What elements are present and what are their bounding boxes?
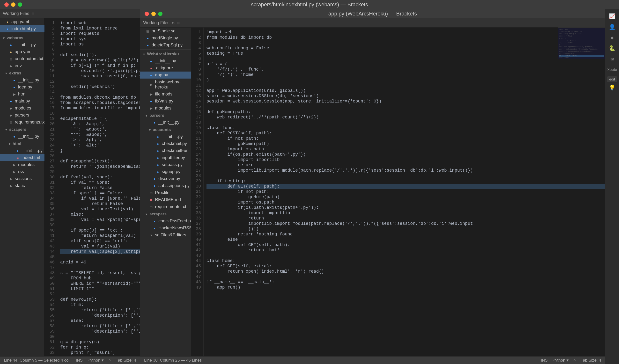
- sidebar-item-static[interactable]: ▶ static: [0, 182, 44, 189]
- left-status-language[interactable]: Python ▾: [87, 358, 104, 363]
- sidebar-item-html-sub[interactable]: ▾ html: [0, 140, 44, 147]
- sidebar-item-contributors[interactable]: ▤ contributors.txt: [0, 55, 44, 62]
- code-line: def fval(val, spec):: [60, 174, 140, 180]
- sidebar-item-accounts[interactable]: ▾ accounts: [140, 126, 191, 133]
- line-number: 2: [191, 35, 201, 40]
- sidebar-item-idea-py[interactable]: ● idea.py: [0, 84, 44, 91]
- sidebar-item-basic-webpy[interactable]: ▶ basic-webpy-heroku: [140, 79, 191, 91]
- window-controls-left[interactable]: [4, 2, 22, 7]
- edit-label[interactable]: edit: [607, 76, 617, 82]
- user-icon[interactable]: 👤: [607, 22, 617, 32]
- right-minimize-button[interactable]: [151, 12, 156, 16]
- sidebar-item-sqlfiles[interactable]: ▾ sqlFiles&Editors: [140, 232, 191, 238]
- sidebar-item-requirements-r[interactable]: ▤ requirements.txt: [140, 203, 191, 210]
- sidebar-item-requirements[interactable]: ▤ requirements.txt: [0, 119, 44, 126]
- left-status-tab[interactable]: Tab Size: 4: [116, 358, 136, 363]
- sidebar-item-html-folder[interactable]: ▶ html: [0, 91, 44, 98]
- sidebar-item-hackernews[interactable]: ● HackerNewsRSS: [140, 224, 191, 232]
- sidebar-item-modules[interactable]: ▶ modules: [0, 105, 44, 112]
- sidebar-item-parsers[interactable]: ▶ parsers: [0, 112, 44, 119]
- right-wf-icon[interactable]: ⊞: [177, 20, 180, 26]
- bulb-icon[interactable]: 💡: [607, 83, 617, 93]
- sidebar-item-procfile[interactable]: ▤ Procfile: [140, 189, 191, 196]
- close-button[interactable]: [4, 2, 9, 7]
- left-code-lines[interactable]: import webfrom lxml import etreeimport r…: [57, 18, 140, 356]
- sidebar-item-scrapers[interactable]: ▾ scrapers: [0, 126, 44, 133]
- sidebar-item-indexhtml-py[interactable]: ● indexhtml.py: [0, 25, 44, 32]
- sidebar-item-accounts-init[interactable]: ● __init__.py: [140, 133, 191, 140]
- chevron-scrapers: ▾: [5, 128, 7, 131]
- chevron-html: ▾: [9, 142, 10, 146]
- sidebar-item-env[interactable]: ▶ env: [0, 62, 44, 69]
- sidebar-item-app-yaml-2[interactable]: ● app.yaml: [0, 48, 44, 55]
- left-wf-icon[interactable]: ⊞: [32, 11, 34, 16]
- line-number: 39: [191, 232, 201, 237]
- left-code-panel: 1234567891011121314151617181920212223242…: [45, 18, 140, 356]
- line-number: 60: [45, 334, 55, 339]
- md-icon: ■: [149, 198, 153, 202]
- right-maximize-button[interactable]: [158, 12, 163, 16]
- sidebar-item-extras-init[interactable]: ● __init__.py: [0, 77, 44, 84]
- sidebar-item-gitignore[interactable]: ● .gitignore: [140, 65, 191, 71]
- line-number: 22: [191, 141, 201, 146]
- sidebar-item-parsers-r[interactable]: ▾ parsers: [140, 112, 191, 119]
- analytics-icon[interactable]: 📈: [607, 12, 617, 21]
- sidebar-item-modsingle[interactable]: ● modSingle.py: [140, 35, 191, 42]
- code-line: setdir('webarcs'): [60, 84, 140, 89]
- right-code-content[interactable]: 1234567891011121314151617181920212223242…: [191, 28, 605, 356]
- right-code-lines[interactable]: import webfrom modules.db import dbweb.c…: [204, 28, 605, 356]
- yaml-icon: ●: [5, 20, 10, 24]
- window-controls-right[interactable]: [145, 12, 163, 16]
- sidebar-item-file-mods[interactable]: ▶ file mods: [140, 91, 191, 98]
- sidebar-item-app-yaml[interactable]: ● app.yaml: [0, 18, 44, 25]
- sidebar-item-modules-2[interactable]: ▶ modules: [0, 161, 44, 168]
- sidebar-item-label: indexhtml.py: [11, 26, 36, 31]
- sidebar-item-setpass[interactable]: ● setpass.py: [140, 161, 191, 168]
- left-code-content[interactable]: 1234567891011121314151617181920212223242…: [45, 18, 140, 356]
- sidebar-item-fixvals[interactable]: ● fixVals.py: [140, 98, 191, 105]
- sidebar-item-app-py[interactable]: ● app.py: [140, 71, 191, 79]
- sidebar-section-webarcs[interactable]: ▾ webarcs: [0, 34, 44, 41]
- sidebar-item-extras[interactable]: ▾ extras: [0, 69, 44, 77]
- sidebar-item-discover[interactable]: ● discover.py: [140, 175, 191, 182]
- sidebar-item-label: .gitignore: [155, 66, 173, 70]
- sidebar-item-checkmailfur[interactable]: ● checkmailFur: [140, 147, 191, 154]
- sidebar-item-rss[interactable]: ▶ rss: [0, 168, 44, 175]
- folder-icon-4: ▶: [9, 113, 13, 117]
- sidebar-item-checkmail[interactable]: ● checkmail.py: [140, 140, 191, 147]
- right-wf-gear[interactable]: ⚙: [172, 20, 175, 26]
- sidebar-item-deletetopsql[interactable]: ● deleteTopSql.py: [140, 42, 191, 49]
- sidebar-item-signup[interactable]: ● signup.py: [140, 168, 191, 175]
- sidebar-item-label: discover.py: [158, 176, 180, 181]
- sidebar-section-webarcsheroku[interactable]: ▾ WebArcsHeroku: [140, 50, 191, 57]
- code-line: def escapehml(text):: [60, 159, 140, 164]
- line-number: 35: [191, 210, 201, 216]
- right-status-language[interactable]: Python ▾: [552, 358, 569, 363]
- sidebar-item-main-py[interactable]: ● main.py: [0, 98, 44, 105]
- maximize-button[interactable]: [18, 2, 22, 7]
- line-number: 35: [45, 201, 55, 206]
- sidebar-item-indexhtml[interactable]: ◈ indexhtml: [0, 154, 44, 161]
- right-close-button[interactable]: [145, 12, 149, 16]
- sidebar-item-init-py[interactable]: ● __init__.py: [0, 41, 44, 48]
- sidebar-item-subscriptions[interactable]: ● subscriptions.py: [140, 182, 191, 189]
- sidebar-item-parsers-init[interactable]: ● __init__.py: [140, 119, 191, 126]
- minimize-button[interactable]: [11, 2, 15, 7]
- sidebar-item-scrapers-init[interactable]: ● __init__.py: [0, 133, 44, 140]
- sidebar-item-label: modules: [15, 106, 31, 111]
- sidebar-item-readme[interactable]: ■ README.md: [140, 196, 191, 203]
- sidebar-item-r-init[interactable]: ● __init__.py: [140, 57, 191, 65]
- right-status-tab[interactable]: Tab Size: 4: [581, 358, 601, 363]
- sidebar-item-sessions[interactable]: ▶ sessions: [0, 175, 44, 182]
- sidebar-item-checkrssfeed[interactable]: ● checkRssFeed.py: [140, 218, 191, 224]
- sidebar-item-inputfilter[interactable]: ● inputfilter.py: [140, 154, 191, 161]
- code-line: session = web.session.Session(app, store…: [207, 98, 605, 104]
- line-number: 39: [45, 222, 55, 228]
- gem-icon[interactable]: ◆: [607, 33, 617, 42]
- python-icon[interactable]: 🐍: [607, 43, 617, 53]
- sidebar-item-outsingle[interactable]: ▤ outSingle.sql: [140, 28, 191, 35]
- sidebar-item-modules-r[interactable]: ▶ modules: [140, 105, 191, 112]
- sidebar-item-html-init[interactable]: ● __init__.py: [0, 147, 44, 154]
- sidebar-item-scrapers-r[interactable]: ▾ scrapers: [140, 210, 191, 218]
- mail-icon[interactable]: ✉: [607, 54, 617, 64]
